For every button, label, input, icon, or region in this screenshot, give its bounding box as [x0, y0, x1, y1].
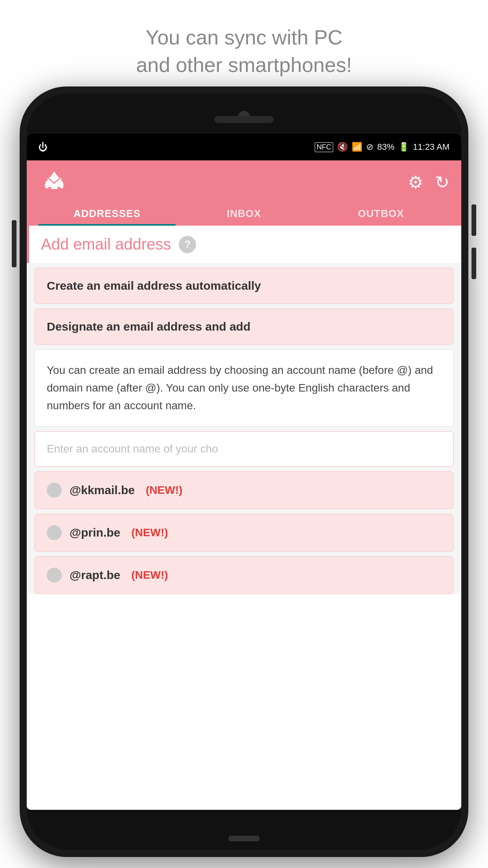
- phone-frame: ⏻ NFC 🔇 📶 ⊘ 83% 🔋 11:23 AM: [20, 86, 468, 857]
- battery-percentage: 83%: [377, 142, 394, 152]
- designate-address-button[interactable]: Designate an email address and add: [35, 309, 453, 345]
- create-automatically-button[interactable]: Create an email address automatically: [35, 268, 453, 304]
- domain-label-1: @prin.be: [70, 526, 120, 539]
- top-heading-line2: and other smartphones!: [0, 51, 488, 79]
- domain-new-badge-0: (NEW!): [146, 484, 182, 497]
- power-button[interactable]: [12, 220, 17, 267]
- app-header-top: ⚙ ↻: [39, 168, 449, 202]
- app-header: ⚙ ↻ ADDRESSES INBOX OUTBOX: [27, 160, 461, 226]
- nfc-icon: NFC: [315, 142, 333, 152]
- time-display: 11:23 AM: [413, 142, 449, 152]
- domain-new-badge-2: (NEW!): [131, 569, 168, 581]
- section-header: Add email address ?: [27, 226, 461, 263]
- top-heading: You can sync with PC and other smartphon…: [0, 24, 488, 79]
- description-box: You can create an email address by choos…: [35, 349, 453, 427]
- domain-option-1[interactable]: @prin.be (NEW!): [35, 514, 453, 552]
- radio-prin: [47, 525, 62, 540]
- settings-icon[interactable]: ⚙: [408, 172, 423, 192]
- mute-icon: 🔇: [337, 142, 348, 152]
- domain-label-2: @rapt.be: [70, 568, 120, 582]
- domain-new-badge-1: (NEW!): [131, 526, 168, 539]
- status-bar: ⏻ NFC 🔇 📶 ⊘ 83% 🔋 11:23 AM: [27, 134, 461, 160]
- volume-up-button[interactable]: [471, 204, 476, 236]
- home-button[interactable]: [228, 836, 260, 841]
- power-icon: ⏻: [39, 142, 48, 153]
- input-placeholder: Enter an account name of your cho: [47, 443, 218, 455]
- nav-tabs: ADDRESSES INBOX OUTBOX: [39, 202, 449, 226]
- content-area: Add email address ? Create an email addr…: [27, 226, 461, 594]
- tab-inbox[interactable]: INBOX: [176, 202, 313, 226]
- help-icon-button[interactable]: ?: [179, 236, 196, 253]
- earpiece-speaker: [215, 116, 273, 123]
- status-left: ⏻: [39, 142, 48, 153]
- refresh-icon[interactable]: ↻: [435, 172, 449, 192]
- domain-option-0[interactable]: @kkmail.be (NEW!): [35, 471, 453, 509]
- page-title: Add email address: [41, 235, 171, 253]
- domain-label-0: @kkmail.be: [70, 484, 135, 497]
- battery-icon: 🔋: [398, 142, 409, 152]
- phone-screen: ⏻ NFC 🔇 📶 ⊘ 83% 🔋 11:23 AM: [27, 134, 461, 810]
- radio-rapt: [47, 568, 62, 583]
- domain-option-2[interactable]: @rapt.be (NEW!): [35, 556, 453, 594]
- wifi-icon: 📶: [352, 142, 362, 152]
- status-right: NFC 🔇 📶 ⊘ 83% 🔋 11:23 AM: [315, 142, 449, 152]
- top-heading-line1: You can sync with PC: [0, 24, 488, 51]
- radio-kkmail: [47, 483, 62, 498]
- app-header-icons: ⚙ ↻: [408, 172, 449, 192]
- description-text: You can create an email address by choos…: [47, 362, 441, 414]
- volume-down-button[interactable]: [471, 248, 476, 279]
- tab-outbox[interactable]: OUTBOX: [312, 202, 449, 226]
- dnd-icon: ⊘: [366, 142, 373, 152]
- tab-addresses[interactable]: ADDRESSES: [39, 202, 176, 226]
- account-name-input[interactable]: Enter an account name of your cho: [35, 431, 453, 467]
- app-logo: [39, 168, 70, 196]
